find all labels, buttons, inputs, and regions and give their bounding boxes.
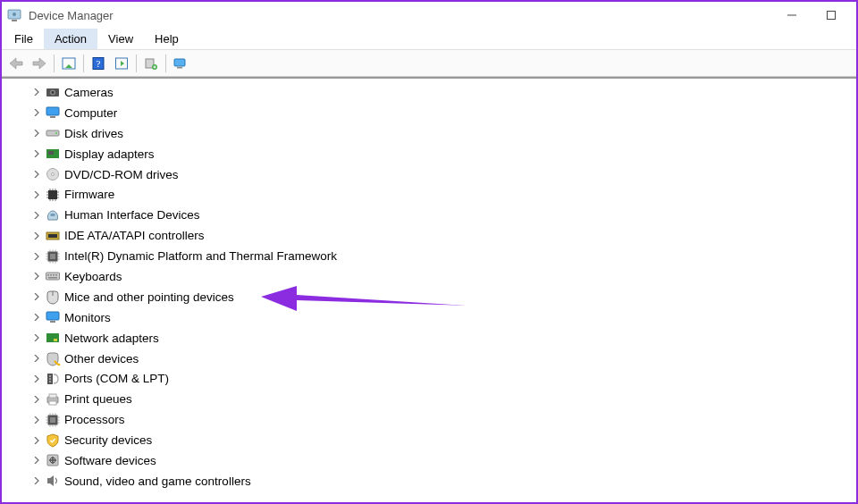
tree-item[interactable]: Sound, video and game controllers: [9, 471, 856, 491]
tree-item-label: Security devices: [64, 433, 152, 447]
tree-item-label: Sound, video and game controllers: [64, 475, 251, 488]
tree-item-label: Intel(R) Dynamic Platform and Thermal Fr…: [64, 249, 337, 263]
chevron-right-icon[interactable]: [30, 287, 43, 307]
minimize-button[interactable]: [772, 3, 812, 28]
toolbar-separator: [165, 55, 166, 72]
tree-item[interactable]: Processors: [9, 409, 856, 430]
chevron-right-icon[interactable]: [30, 369, 43, 389]
chevron-right-icon[interactable]: [30, 349, 43, 368]
port-icon: [45, 371, 61, 387]
disk-icon: [45, 125, 61, 141]
chevron-right-icon[interactable]: [30, 247, 43, 266]
cpu-icon: [45, 412, 61, 428]
tree-item-label: Ports (COM & LPT): [64, 372, 169, 385]
menu-action[interactable]: Action: [44, 29, 97, 49]
show-hide-console-tree-button[interactable]: [58, 53, 80, 74]
tree-item[interactable]: Monitors: [9, 307, 856, 328]
tree-item-label: Keyboards: [64, 270, 122, 283]
chevron-right-icon[interactable]: [30, 164, 43, 184]
menu-help[interactable]: Help: [144, 29, 189, 49]
menu-file[interactable]: File: [4, 29, 44, 49]
tree-item[interactable]: Disk drives: [9, 123, 856, 144]
tree-item-label: Software devices: [64, 454, 156, 467]
connect-remote-button[interactable]: [170, 53, 191, 74]
tree-item[interactable]: Network adapters: [9, 328, 856, 349]
tree-item-label: Print queues: [64, 392, 132, 406]
chevron-right-icon[interactable]: [30, 226, 43, 246]
maximize-button[interactable]: [812, 3, 851, 28]
toolbar-separator: [83, 55, 84, 72]
chevron-right-icon[interactable]: [30, 390, 43, 409]
mouse-icon: [45, 289, 61, 305]
svg-point-2: [13, 13, 16, 16]
tree-item[interactable]: Computer: [9, 103, 856, 123]
device-manager-window: Device Manager File Action View Help ?: [0, 0, 858, 504]
chevron-right-icon[interactable]: [30, 328, 43, 348]
monitor-icon: [45, 309, 61, 325]
chevron-right-icon[interactable]: [30, 471, 43, 491]
tree-item[interactable]: Intel(R) Dynamic Platform and Thermal Fr…: [9, 246, 856, 266]
toolbar: ?: [2, 50, 856, 77]
tree-item[interactable]: Print queues: [9, 389, 856, 409]
tree-item-label: Disk drives: [64, 127, 123, 140]
tree-item-label: Processors: [64, 413, 125, 426]
chevron-right-icon[interactable]: [30, 307, 43, 327]
shield-icon: [45, 433, 61, 449]
other-icon: [45, 350, 61, 366]
cpu-icon: [45, 248, 61, 265]
chevron-right-icon[interactable]: [30, 450, 43, 470]
menu-view[interactable]: View: [97, 29, 144, 49]
tree-item[interactable]: Software devices: [9, 450, 856, 471]
chevron-right-icon[interactable]: [30, 144, 43, 164]
tree-item-label: Display adapters: [64, 147, 155, 161]
device-manager-icon: [7, 8, 21, 22]
tree-item[interactable]: Mice and other pointing devices: [9, 287, 856, 307]
back-button[interactable]: [5, 53, 27, 74]
tree-item[interactable]: IDE ATA/ATAPI controllers: [9, 225, 856, 246]
toolbar-separator: [54, 55, 55, 72]
tree-item-label: Firmware: [64, 188, 114, 201]
pcb-icon: [45, 146, 61, 162]
window-title: Device Manager: [27, 9, 772, 22]
tree-item[interactable]: Cameras: [9, 82, 856, 103]
chevron-right-icon[interactable]: [30, 410, 43, 430]
tree-item[interactable]: Other devices: [9, 349, 856, 369]
device-tree[interactable]: CamerasComputerDisk drivesDisplay adapte…: [2, 77, 856, 502]
speaker-icon: [45, 473, 61, 489]
svg-rect-11: [174, 59, 185, 66]
monitor-icon: [45, 105, 61, 121]
chevron-right-icon[interactable]: [30, 103, 43, 122]
tree-item[interactable]: Human Interface Devices: [9, 205, 856, 225]
chevron-right-icon[interactable]: [30, 206, 43, 225]
tree-item[interactable]: Security devices: [9, 430, 856, 450]
tree-item[interactable]: Ports (COM & LPT): [9, 368, 856, 389]
tree-item-label: Monitors: [64, 311, 111, 324]
scan-hardware-button[interactable]: [111, 53, 132, 74]
chevron-right-icon[interactable]: [30, 431, 43, 450]
tree-item[interactable]: Keyboards: [9, 266, 856, 287]
printer-icon: [45, 391, 61, 407]
tree-item-label: Mice and other pointing devices: [64, 290, 234, 304]
tree-item-label: IDE ATA/ATAPI controllers: [64, 229, 205, 242]
help-button[interactable]: ?: [88, 53, 109, 74]
tree-item-label: Other devices: [64, 352, 139, 365]
software-icon: [45, 452, 61, 468]
chevron-right-icon[interactable]: [30, 123, 43, 143]
svg-rect-1: [12, 20, 17, 21]
chevron-right-icon[interactable]: [30, 185, 43, 205]
tree-item-label: Computer: [64, 106, 117, 120]
svg-text:?: ?: [97, 58, 101, 69]
add-hardware-button[interactable]: [140, 53, 162, 74]
forward-button[interactable]: [29, 53, 50, 74]
tree-item-label: Human Interface Devices: [64, 208, 200, 222]
chip-icon: [45, 187, 61, 203]
nic-icon: [45, 330, 61, 346]
tree-item[interactable]: DVD/CD-ROM drives: [9, 164, 856, 185]
tree-item[interactable]: Display adapters: [9, 144, 856, 164]
hid-icon: [45, 207, 61, 223]
chevron-right-icon[interactable]: [30, 266, 43, 286]
chevron-right-icon[interactable]: [30, 82, 43, 102]
tree-item[interactable]: Firmware: [9, 184, 856, 205]
svg-rect-12: [177, 67, 182, 69]
tree-item-label: Network adapters: [64, 332, 159, 345]
